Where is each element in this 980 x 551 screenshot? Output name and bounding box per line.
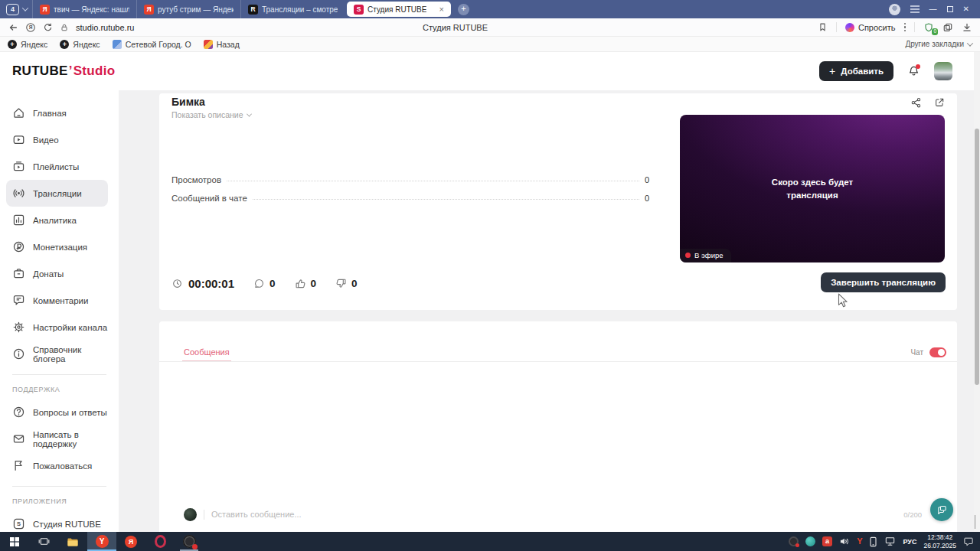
sidebar-item-blogger-guide[interactable]: Справочник блогера — [0, 341, 119, 367]
volume-icon[interactable] — [839, 536, 850, 546]
sidebar-item-label: Трансляции — [33, 189, 82, 198]
sidebar-item-video[interactable]: Видео — [0, 126, 119, 153]
start-button[interactable] — [0, 532, 29, 551]
downloads-icon[interactable] — [962, 22, 972, 33]
stream-preview[interactable]: Скоро здесь будет трансляция В эфире — [680, 115, 945, 262]
taskbar-clock[interactable]: 12:38:42 26.07.2025 — [923, 533, 956, 549]
file-explorer-button[interactable] — [58, 532, 87, 551]
screen: 4 Я твич — Яндекс: нашлось Я рутуб стрим… — [0, 0, 980, 551]
dislikes-count[interactable]: 0 — [335, 278, 358, 289]
tab-messages[interactable]: Сообщения — [184, 347, 230, 362]
donation-box-icon — [12, 267, 25, 280]
browser-profile-avatar[interactable] — [889, 4, 900, 15]
browser-menu-icon[interactable] — [910, 5, 920, 13]
anydesk-tray-icon[interactable]: a — [822, 536, 832, 546]
taskbar-yandex-browser[interactable]: Y — [87, 532, 116, 551]
sidebar-item-monetization[interactable]: Монетизация — [0, 233, 119, 260]
yandex-favicon: Я — [144, 5, 154, 15]
toolbar-more-icon[interactable] — [904, 23, 906, 32]
tab-close-icon[interactable]: × — [439, 5, 444, 14]
sidebar-item-analytics[interactable]: Аналитика — [0, 207, 119, 233]
ask-alice-button[interactable]: Спросить — [845, 23, 896, 32]
bookmark-icon[interactable] — [818, 22, 828, 32]
bookmark-nazad[interactable]: Назад — [204, 40, 240, 49]
sidebar-item-playlists[interactable]: Плейлисты — [0, 153, 119, 180]
language-indicator[interactable]: РУС — [903, 538, 916, 546]
chat-windows-icon — [936, 504, 948, 516]
likes-count[interactable]: 0 — [295, 278, 317, 289]
popout-chat-button[interactable] — [930, 498, 953, 521]
likes-count-value: 0 — [311, 278, 317, 289]
stream-panel: Бимка Показать описание Просмотров 0 — [159, 93, 957, 310]
yandex-tray-icon[interactable]: Y — [857, 537, 862, 546]
restore-button[interactable] — [947, 6, 953, 12]
rutube-studio-logo[interactable]: RUTUBE’Studio — [12, 64, 115, 79]
new-tab-button[interactable]: + — [458, 4, 469, 15]
header-actions: + Добавить — [819, 61, 952, 81]
end-stream-button[interactable]: Завершить трансляцию — [821, 272, 946, 292]
bookmark-yandex-2[interactable]: + Яндекс — [60, 40, 100, 49]
divider — [204, 510, 204, 520]
add-button[interactable]: + Добавить — [819, 61, 893, 81]
sidebar-item-channel-settings[interactable]: Настройки канала — [0, 314, 119, 341]
clock-icon — [172, 278, 183, 289]
chat-message-input[interactable] — [211, 510, 897, 519]
taskbar-obs[interactable] — [175, 532, 204, 551]
page-scrollbar[interactable] — [974, 52, 980, 532]
yandex-home-icon[interactable]: Я — [25, 22, 36, 33]
gear-icon — [12, 321, 25, 334]
stream-stats: Просмотров 0 Сообщений в чате 0 — [172, 175, 649, 203]
thumbs-up-icon — [295, 278, 306, 289]
bookmark-yandex-1[interactable]: + Яндекс — [8, 40, 47, 49]
live-badge: В эфире — [680, 249, 731, 262]
browser-tab-3[interactable]: R Трансляции – смотреть в — [240, 0, 345, 18]
collections-icon[interactable] — [942, 22, 953, 33]
sidebar-item-faq[interactable]: Вопросы и ответы — [0, 399, 119, 425]
sidebar-item-comments[interactable]: Комментарии — [0, 287, 119, 314]
task-view-button[interactable] — [29, 532, 58, 551]
chat-tabs-divider — [159, 361, 957, 362]
minimize-button[interactable]: — — [929, 5, 937, 13]
share-icon[interactable] — [910, 97, 921, 108]
close-button[interactable]: ✕ — [963, 5, 969, 13]
back-icon[interactable] — [8, 22, 18, 33]
sidebar-item-report[interactable]: Пожаловаться — [0, 452, 119, 479]
other-bookmarks-button[interactable]: Другие закладки — [905, 40, 972, 48]
tab-counter-button[interactable]: 4 — [6, 4, 19, 15]
sidebar-item-broadcasts[interactable]: Трансляции — [6, 180, 108, 207]
stat-value: 0 — [645, 194, 649, 203]
messenger-tray-icon[interactable] — [805, 536, 815, 546]
external-link-icon[interactable] — [934, 97, 945, 108]
chevron-down-icon — [247, 111, 252, 116]
sidebar-item-donations[interactable]: Донаты — [0, 260, 119, 287]
tab-list-chevron-button[interactable] — [23, 7, 28, 11]
browser-tab-2[interactable]: Я рутуб стрим — Яндекс: н — [136, 0, 240, 18]
scrollbar-thumb[interactable] — [975, 129, 979, 385]
network-icon[interactable] — [884, 536, 896, 546]
sidebar-item-studio-app[interactable]: S Студия RUTUBE — [0, 510, 119, 532]
other-bookmarks-label: Другие закладки — [905, 40, 964, 48]
chat-toggle-switch[interactable] — [929, 347, 946, 357]
browser-tab-active[interactable]: S Студия RUTUBE × — [347, 2, 451, 17]
protect-shield-icon[interactable]: 0 — [923, 22, 934, 33]
action-center-icon[interactable] — [963, 536, 974, 546]
channel-avatar[interactable] — [934, 62, 952, 80]
taskbar-opera[interactable] — [145, 532, 175, 551]
notifications-bell-icon[interactable] — [907, 65, 920, 78]
refresh-icon[interactable] — [43, 22, 53, 32]
sidebar-item-label: Справочник блогера — [33, 345, 111, 364]
browser-tab-1[interactable]: Я твич — Яндекс: нашлось — [32, 0, 136, 18]
bookmark-netcity[interactable]: Сетевой Город. О — [113, 40, 191, 49]
rutube-studio-page: RUTUBE’Studio + Добавить Главная — [0, 52, 980, 532]
sidebar-item-label: Монетизация — [33, 243, 87, 252]
sidebar-item-home[interactable]: Главная — [0, 99, 119, 126]
sidebar-item-write-support[interactable]: Написать в поддержку — [0, 425, 119, 452]
scrollbar-down-arrow[interactable] — [975, 515, 975, 529]
address-url[interactable]: studio.rutube.ru — [76, 23, 134, 32]
live-dot-icon — [685, 253, 691, 258]
show-description-link[interactable]: Показать описание — [172, 110, 251, 119]
obs-tray-icon[interactable] — [789, 536, 799, 546]
phone-link-icon[interactable] — [869, 536, 877, 547]
yandex-app-icon: Я — [125, 536, 137, 548]
taskbar-yandex-app[interactable]: Я — [116, 532, 145, 551]
